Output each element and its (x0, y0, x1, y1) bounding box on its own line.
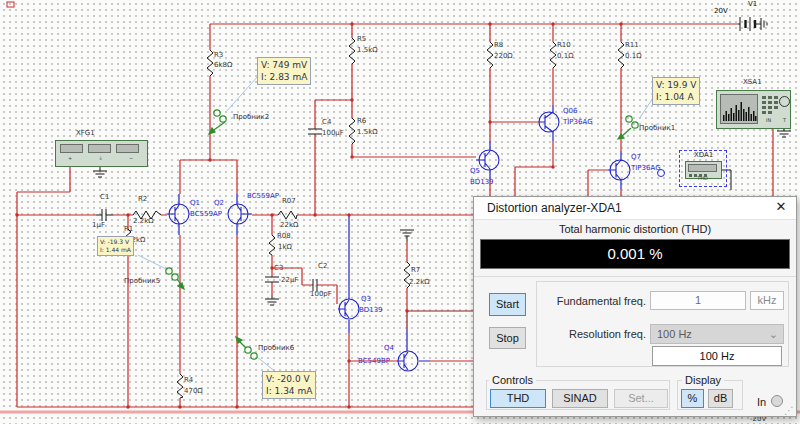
db-button[interactable]: dB (708, 389, 733, 408)
close-icon[interactable]: ✕ (772, 199, 790, 216)
resistor-r3 (207, 50, 213, 76)
probe2-icon[interactable] (209, 110, 226, 134)
thd-button[interactable]: THD (490, 389, 546, 408)
probe5-icon[interactable] (166, 268, 184, 289)
stop-button[interactable]: Stop (489, 327, 526, 349)
battery-v1 (738, 17, 767, 31)
fundamental-freq-input[interactable]: 1 (650, 291, 746, 310)
resistor-r07 (278, 211, 297, 219)
resistor-r08 (269, 235, 275, 255)
probe6-icon[interactable] (236, 337, 257, 359)
resolution-freq-readout: 100 Hz (652, 346, 782, 366)
probe5-readout: V: -19.3 VI: 1.44 mA (97, 236, 134, 256)
spectrum-bars (721, 95, 757, 123)
xsa1-screen (720, 94, 758, 124)
percent-button[interactable]: % (681, 389, 704, 408)
separator (474, 276, 796, 277)
thd-section-label: Total harmonic distortion (THD) (474, 223, 796, 235)
set-button[interactable]: Set... (614, 389, 668, 408)
transistor-q4[interactable] (397, 351, 418, 371)
probe1-readout: V: 19.9 VI: 1.04 A (652, 77, 700, 105)
capacitor-c2 (313, 279, 317, 291)
resistor-r8 (487, 42, 493, 68)
transistor-q2[interactable] (228, 204, 252, 224)
resistor-r5 (349, 38, 355, 64)
resolution-freq-label: Resolution freq. (546, 328, 646, 340)
resistor-r6 (349, 118, 355, 144)
transistor-q1[interactable] (167, 204, 189, 224)
thd-reading-display: 0.001 % (480, 239, 790, 269)
in-terminal-indicator[interactable] (771, 395, 783, 407)
xsa1-in-label: IN (766, 117, 771, 123)
xfg1-terminal-minus: − (129, 155, 133, 161)
xsa1-knob (779, 96, 790, 107)
ground-r7 (400, 230, 414, 242)
sinad-button[interactable]: SINAD (552, 389, 608, 408)
dialog-title: Distortion analyzer-XDA1 (487, 201, 622, 215)
controls-group-label: Controls (489, 374, 536, 386)
transistor-q3[interactable] (338, 299, 359, 319)
capacitor-c3 (265, 277, 279, 282)
distortion-analyzer-dialog[interactable]: Distortion analyzer-XDA1 ✕ Total harmoni… (473, 196, 797, 417)
probe2-readout: V: 749 mVI: 2.83 mA (257, 57, 311, 85)
spectrum-analyzer-xsa1[interactable]: IN T (716, 90, 791, 129)
display-group-label: Display (682, 374, 724, 386)
ground-c3 (265, 295, 279, 305)
xda1-label: XDA1 (694, 151, 713, 159)
resistor-r2 (133, 211, 161, 219)
resistor-r11 (618, 42, 624, 68)
resize-grip[interactable]: ⋰ (784, 405, 794, 416)
start-button[interactable]: Start (489, 293, 526, 316)
transistor-q6[interactable] (539, 112, 559, 132)
probe6-readout: V: -20.0 VI: 1.34 mA (262, 371, 316, 399)
function-generator-xfg1[interactable]: + ⏚ − (55, 140, 148, 167)
distortion-analyzer-xda1-icon[interactable]: THD (685, 161, 722, 179)
resistor-r10 (550, 42, 556, 68)
xfg1-terminal-plus: + (68, 155, 72, 161)
fundamental-freq-label: Fundamental freq. (546, 295, 646, 307)
resistor-r7 (404, 262, 410, 288)
capacitor-c4 (308, 129, 322, 134)
xda1-input-terminal[interactable] (657, 169, 665, 177)
resistor-r4 (177, 374, 183, 398)
resolution-freq-dropdown[interactable]: 100 Hz ⌄ (650, 324, 784, 344)
offsheet-connector (7, 2, 14, 7)
capacitor-c1 (96, 209, 113, 221)
multisim-canvas[interactable]: R3 6k8Ω R5 1.5kΩ C4 100µF R6 1.5kΩ R8 22… (0, 0, 800, 424)
xsa1-t-label: T (783, 117, 786, 123)
transistor-q7[interactable] (608, 160, 630, 180)
ground-xfg1 (93, 166, 107, 177)
fundamental-freq-unit: kHz (750, 291, 784, 310)
chevron-down-icon: ⌄ (769, 325, 778, 343)
transistor-q5[interactable] (476, 150, 499, 170)
xfg1-terminal-common: ⏚ (99, 155, 103, 161)
dark-red-wires[interactable] (407, 311, 476, 330)
in-terminal-label: In (757, 396, 766, 408)
